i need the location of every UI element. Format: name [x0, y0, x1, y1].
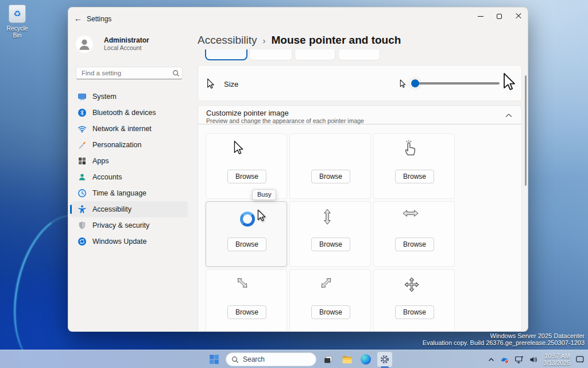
file-explorer-button[interactable]	[339, 352, 354, 367]
pointer-cell-link-select: Browse	[373, 133, 455, 199]
pointer-cell-diagonal-resize-2: Browse	[289, 269, 371, 332]
pointer-cell-busy: Browse	[206, 201, 287, 267]
breadcrumb-separator: ›	[262, 36, 265, 45]
size-slider-track[interactable]	[415, 82, 500, 85]
recycle-bin-shortcut[interactable]: ♻ Recycle Bin	[2, 5, 32, 39]
file-explorer-icon	[342, 354, 353, 365]
sidebar-item-personalization[interactable]: Personalization	[71, 137, 188, 153]
page-title: Mouse pointer and touch	[271, 34, 401, 46]
back-button[interactable]: ←	[71, 11, 86, 26]
pointer-style-option[interactable]	[295, 49, 335, 60]
clock-date: 3/13/2025	[543, 359, 570, 366]
accounts-icon	[78, 172, 87, 182]
edge-button[interactable]	[358, 352, 373, 367]
speaker-icon	[529, 355, 538, 364]
size-label: Size	[224, 80, 238, 89]
pointer-cell-move: Browse	[373, 269, 455, 332]
edge-icon	[361, 354, 371, 365]
pointer-cell-diagonal-resize-1: Browse	[206, 269, 287, 332]
small-cursor-preview-icon	[400, 79, 406, 89]
chevron-up-icon	[488, 356, 495, 363]
diagonal-resize-nesw-cursor-icon	[316, 273, 336, 293]
customize-subtitle: Preview and change the appearance of eac…	[206, 117, 364, 124]
settings-taskbar-button[interactable]	[377, 352, 392, 367]
busy-tooltip: Busy	[252, 189, 276, 200]
account-type: Local Account	[104, 44, 141, 51]
sidebar-item-network[interactable]: Network & internet	[71, 121, 188, 137]
settings-search-input[interactable]	[76, 70, 172, 76]
clock-icon	[78, 189, 87, 198]
sidebar-item-bluetooth[interactable]: Bluetooth & devices	[71, 105, 188, 121]
browse-button-horizontal-resize[interactable]: Browse	[395, 237, 434, 251]
avatar[interactable]	[76, 36, 93, 53]
clock-time: 10:57 AM	[543, 352, 570, 359]
wifi-icon	[78, 124, 87, 133]
taskbar-search[interactable]: Search	[226, 352, 316, 366]
pointer-cell-horizontal-resize: Browse	[373, 201, 455, 267]
browse-button-diagonal-resize-1[interactable]: Browse	[227, 305, 266, 319]
move-cursor-icon	[404, 277, 419, 292]
mouse-cursor	[257, 209, 266, 223]
sidebar-item-apps[interactable]: Apps	[71, 153, 188, 169]
browse-button-diagonal-resize-2[interactable]: Browse	[311, 305, 350, 319]
gear-icon	[380, 354, 390, 365]
breadcrumb-root[interactable]: Accessibility	[198, 34, 257, 46]
start-button[interactable]	[207, 352, 222, 367]
recycle-bin-icon: ♻	[9, 5, 26, 23]
volume-tray-button[interactable]	[529, 355, 538, 364]
browse-button-link-select[interactable]: Browse	[395, 170, 434, 183]
pointer-cell-text-select: Browse	[289, 133, 371, 199]
pointer-style-option[interactable]	[338, 49, 380, 60]
recycle-bin-label: Recycle Bin	[2, 25, 32, 39]
taskbar-search-label: Search	[243, 355, 265, 363]
desktop: ♻ Recycle Bin ← Settings Administrator L…	[0, 0, 588, 368]
search-icon	[231, 356, 239, 363]
browse-button-normal-select[interactable]: Browse	[227, 170, 266, 183]
sidebar-nav: System Bluetooth & devices Network & int…	[71, 89, 188, 250]
accessibility-icon	[78, 205, 87, 214]
horizontal-resize-cursor-icon	[403, 209, 419, 217]
large-cursor-preview-icon	[503, 72, 516, 92]
window-title: Settings	[87, 15, 111, 23]
arrow-cursor-icon	[234, 140, 243, 156]
browse-button-busy[interactable]: Browse	[227, 237, 266, 251]
size-slider-thumb[interactable]	[411, 79, 419, 87]
update-icon	[78, 237, 87, 246]
vertical-resize-cursor-icon	[319, 209, 335, 225]
tray-chevron-button[interactable]	[488, 356, 495, 363]
diagonal-resize-nwse-cursor-icon	[233, 273, 252, 293]
settings-content: Accessibility›Mouse pointer and touch Si…	[198, 7, 522, 332]
windows-logo-icon	[209, 354, 219, 365]
busy-spinner-icon	[240, 212, 255, 227]
task-view-icon	[323, 355, 333, 365]
pointer-cell-vertical-resize: Browse	[289, 201, 371, 267]
notification-icon	[575, 355, 585, 364]
sidebar-item-system[interactable]: System	[71, 89, 188, 105]
sidebar-item-time-language[interactable]: Time & language	[71, 185, 188, 201]
onedrive-error-icon	[500, 355, 509, 364]
settings-search-box[interactable]	[76, 67, 183, 79]
selected-indicator	[70, 205, 72, 214]
chevron-up-icon[interactable]	[505, 113, 512, 117]
taskbar: Search	[0, 350, 588, 368]
pointer-style-option[interactable]	[249, 49, 292, 60]
tray-clock[interactable]: 10:57 AM 3/13/2025	[543, 352, 570, 366]
sidebar-item-privacy[interactable]: Privacy & security	[71, 217, 188, 233]
action-center-button[interactable]	[575, 355, 585, 364]
network-tray-button[interactable]	[514, 355, 524, 364]
sidebar-item-accessibility[interactable]: Accessibility	[71, 201, 188, 217]
sidebar-item-windows-update[interactable]: Windows Update	[71, 233, 188, 250]
scrollbar-thumb[interactable]	[525, 75, 527, 186]
pointer-grid-panel: Browse Browse Browse Browse Browse	[198, 124, 522, 332]
sidebar-item-accounts[interactable]: Accounts	[71, 169, 188, 185]
breadcrumb: Accessibility›Mouse pointer and touch	[198, 34, 401, 47]
pointer-style-option-selected[interactable]	[205, 49, 247, 60]
task-view-button[interactable]	[320, 352, 335, 367]
customize-pointer-expander[interactable]: Customize pointer image Preview and chan…	[198, 105, 522, 124]
evaluation-watermark: Windows Server 2025 Datacenter Evaluatio…	[423, 333, 585, 346]
browse-button-move[interactable]: Browse	[395, 305, 434, 319]
settings-window: ← Settings Administrator Local Account	[68, 7, 528, 332]
onedrive-tray-button[interactable]	[500, 355, 509, 364]
browse-button-text-select[interactable]: Browse	[311, 170, 350, 183]
browse-button-vertical-resize[interactable]: Browse	[311, 237, 350, 251]
